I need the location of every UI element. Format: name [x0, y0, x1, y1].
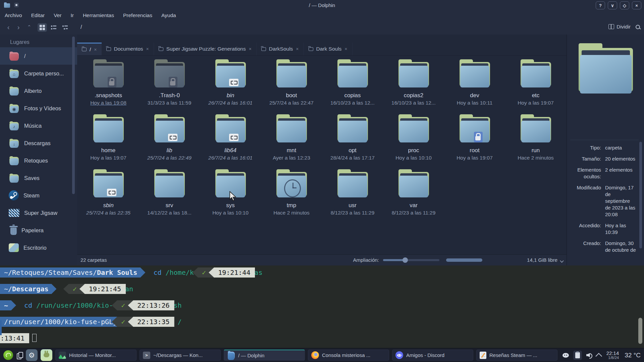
folder-item[interactable]: var8/12/23 a las 11:29	[383, 167, 444, 222]
menu-preferencias[interactable]: Preferencias	[123, 12, 152, 18]
folder-item[interactable]: bin26/7/24 a las 16:01	[200, 57, 261, 112]
task-discord[interactable]: Amigos - Discord	[392, 350, 473, 361]
folder-item[interactable]: homeHoy a las 19:07	[78, 112, 139, 167]
place-retoques[interactable]: Retoques	[0, 152, 77, 169]
folder-item[interactable]: lib6426/7/24 a las 16:01	[200, 112, 261, 167]
folder-item[interactable]: tmpHace 2 minutos	[261, 167, 322, 222]
app-launcher-icon[interactable]	[3, 350, 13, 360]
lock-emblem-icon	[169, 77, 177, 87]
folder-item[interactable]: mntAyer a las 12:23	[261, 112, 322, 167]
place-alberto[interactable]: Alberto	[0, 82, 77, 100]
menu-ir[interactable]: Ir	[70, 12, 73, 18]
folder-item[interactable]: copias216/10/23 a las 12...	[383, 57, 444, 112]
info-row: Elementos ocultos:2 elementos	[570, 167, 637, 180]
tab-close-icon[interactable]: ×	[94, 47, 97, 52]
folder-item[interactable]: srv14/12/22 a las 18...	[139, 167, 200, 222]
task-konsole[interactable]: >~/Descargas — Kon...	[140, 350, 221, 361]
up-button[interactable]: ⌃	[25, 23, 33, 31]
tab-super-jigsaw[interactable]: Super Jigsaw Puzzle: Generations×	[154, 43, 257, 55]
menu-ayuda[interactable]: Ayuda	[161, 12, 176, 18]
menu-archivo[interactable]: Archivo	[5, 12, 22, 18]
chevron-down-icon[interactable]	[560, 259, 564, 262]
emule-icon[interactable]	[41, 349, 52, 361]
folder-item[interactable]: devHoy a las 10:11	[444, 57, 505, 112]
tab-dark-souls[interactable]: Dark Souls×	[304, 43, 353, 55]
link-emblem-icon	[107, 189, 116, 196]
back-button[interactable]: ‹	[5, 23, 12, 31]
folder-icon	[152, 114, 187, 142]
place-root[interactable]: /	[0, 47, 77, 65]
folder-item[interactable]: etcHoy a las 19:07	[505, 57, 566, 112]
folder-item[interactable]: runHace 2 minutos	[505, 112, 566, 167]
info-scrollbar[interactable]	[639, 142, 642, 248]
tab-close-icon[interactable]: ×	[249, 46, 252, 52]
tab-documentos[interactable]: Documentos×	[102, 43, 154, 55]
window-title: / — Dolphin	[0, 2, 644, 8]
close-button[interactable]: ×	[632, 1, 641, 9]
task-dolphin[interactable]: / — Dolphin	[224, 350, 305, 361]
search-icon[interactable]	[635, 24, 641, 31]
view-details-button[interactable]	[60, 23, 70, 32]
breadcrumb[interactable]: /	[80, 24, 82, 30]
tab-close-icon[interactable]: ×	[344, 46, 347, 52]
split-button[interactable]: Dividir	[608, 24, 631, 29]
menu-ver[interactable]: Ver	[54, 12, 61, 18]
forward-button[interactable]: ›	[15, 23, 22, 31]
help-button[interactable]: ?	[596, 1, 605, 9]
maximize-button[interactable]: ◇	[620, 1, 629, 9]
place-fotos-videos[interactable]: ◉ Fotos y Vídeos	[0, 100, 77, 117]
clock[interactable]: 22:14 1/8/24	[606, 351, 619, 360]
place-steam[interactable]: Steam	[0, 187, 77, 204]
minimize-button[interactable]: ∨	[608, 1, 617, 9]
zoom-slider[interactable]	[383, 259, 439, 261]
zoom-slider-handle[interactable]	[402, 257, 408, 263]
settings-gear-icon[interactable]: ⚙	[26, 349, 38, 361]
tab-close-icon[interactable]: ×	[146, 46, 149, 52]
folder-item[interactable]: opt28/4/24 a las 17:17	[322, 112, 383, 167]
volume-icon[interactable]	[586, 352, 593, 359]
place-escritorio[interactable]: Escritorio	[0, 239, 77, 256]
places-scrollbar[interactable]	[72, 37, 75, 194]
view-compact-button[interactable]	[49, 23, 58, 32]
folder-music-icon: ♪	[9, 121, 19, 130]
notes-icon	[480, 352, 486, 359]
place-papelera[interactable]: Papelera	[0, 222, 77, 239]
menu-herramientas[interactable]: Herramientas	[83, 12, 114, 18]
tab-darksouls[interactable]: DarkSouls×	[257, 43, 304, 55]
tab-close-icon[interactable]: ×	[296, 46, 299, 52]
folder-item[interactable]: .snapshotsHoy a las 19:08	[78, 57, 139, 112]
clipboard-tray-icon[interactable]	[573, 351, 582, 360]
folder-item[interactable]: rootHoy a las 19:07	[444, 112, 505, 167]
place-musica[interactable]: ♪ Música	[0, 117, 77, 134]
task-notes[interactable]: Reseñas Steam — ...	[476, 350, 557, 361]
terminal-scrollbar[interactable]	[638, 318, 642, 344]
folder-icon	[335, 169, 370, 197]
folder-item[interactable]: lib25/7/24 a las 22:49	[139, 112, 200, 167]
view-icons-button[interactable]	[38, 23, 47, 32]
menu-editar[interactable]: Editar	[31, 12, 45, 18]
task-system-monitor[interactable]: Historial — Monitor...	[55, 350, 137, 361]
discord-tray-icon[interactable]	[562, 353, 569, 358]
chevron-up-icon[interactable]	[595, 353, 602, 359]
temperature-widget[interactable]: 32 °C	[625, 352, 641, 359]
folder-item[interactable]: procHoy a las 10:10	[383, 112, 444, 167]
free-space-label: 14,1 GiB libre	[527, 257, 557, 263]
place-label: Música	[24, 123, 42, 129]
folder-icon	[396, 169, 431, 197]
place-super-jigsaw[interactable]: Super Jigsaw	[0, 204, 77, 222]
folder-item[interactable]: .Trash-031/3/23 a las 11:59	[139, 57, 200, 112]
folder-icon	[457, 59, 492, 87]
folder-item[interactable]: copias16/10/23 a las 12...	[322, 57, 383, 112]
task-firefox[interactable]: Consola misteriosa ...	[308, 350, 389, 361]
folder-item[interactable]: sbin25/7/24 a las 22:35	[78, 167, 139, 222]
place-saves[interactable]: Saves	[0, 169, 77, 187]
folder-item[interactable]: boot25/7/24 a las 22:47	[261, 57, 322, 112]
terminal[interactable]: ~/Retoques/Steam/Saves/Dark Soulscd/home…	[0, 265, 644, 348]
folder-item[interactable]: usr8/12/23 a las 11:29	[322, 167, 383, 222]
place-home[interactable]: ⌂ Carpeta perso...	[0, 65, 77, 82]
place-descargas[interactable]: ↓ Descargas	[0, 134, 77, 152]
terminal-cursor	[32, 334, 37, 342]
clipboard-manager-icon[interactable]	[16, 352, 23, 359]
file-grid: .snapshotsHoy a las 19:08 .Trash-031/3/2…	[78, 57, 566, 222]
tab-root[interactable]: /×	[77, 43, 102, 55]
